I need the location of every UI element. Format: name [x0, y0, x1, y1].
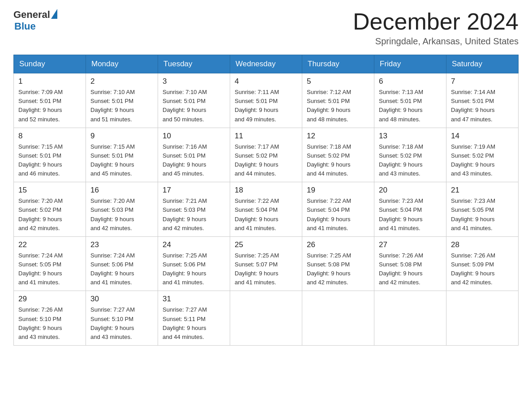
day-number: 2	[90, 77, 153, 86]
table-row: 1 Sunrise: 7:09 AMSunset: 5:01 PMDayligh…	[14, 73, 86, 128]
table-row: 22 Sunrise: 7:24 AMSunset: 5:05 PMDaylig…	[14, 236, 86, 291]
day-info: Sunrise: 7:20 AMSunset: 5:03 PMDaylight:…	[90, 197, 135, 231]
day-number: 6	[379, 77, 442, 86]
table-row: 13 Sunrise: 7:18 AMSunset: 5:02 PMDaylig…	[374, 128, 446, 182]
table-row: 20 Sunrise: 7:23 AMSunset: 5:04 PMDaylig…	[374, 182, 446, 237]
day-info: Sunrise: 7:12 AMSunset: 5:01 PMDaylight:…	[307, 89, 351, 122]
month-title: December 2024	[353, 9, 519, 34]
table-row: 10 Sunrise: 7:16 AMSunset: 5:01 PMDaylig…	[158, 128, 230, 182]
header-thursday: Thursday	[302, 55, 374, 73]
day-info: Sunrise: 7:25 AMSunset: 5:08 PMDaylight:…	[307, 252, 351, 286]
day-number: 24	[163, 240, 225, 249]
day-number: 20	[379, 186, 442, 195]
table-row: 21 Sunrise: 7:23 AMSunset: 5:05 PMDaylig…	[446, 182, 519, 237]
day-info: Sunrise: 7:11 AMSunset: 5:01 PMDaylight:…	[235, 89, 279, 122]
day-number: 13	[379, 132, 442, 141]
table-row: 14 Sunrise: 7:19 AMSunset: 5:02 PMDaylig…	[446, 128, 519, 182]
day-number: 26	[307, 240, 369, 249]
day-info: Sunrise: 7:13 AMSunset: 5:01 PMDaylight:…	[379, 89, 423, 122]
day-info: Sunrise: 7:10 AMSunset: 5:01 PMDaylight:…	[163, 89, 207, 122]
header-saturday: Saturday	[446, 55, 519, 73]
table-row: 2 Sunrise: 7:10 AMSunset: 5:01 PMDayligh…	[86, 73, 158, 128]
day-number: 10	[163, 132, 225, 141]
day-number: 8	[18, 132, 81, 141]
day-info: Sunrise: 7:22 AMSunset: 5:04 PMDaylight:…	[235, 197, 279, 231]
day-info: Sunrise: 7:09 AMSunset: 5:01 PMDaylight:…	[18, 89, 63, 122]
week-row-1: 1 Sunrise: 7:09 AMSunset: 5:01 PMDayligh…	[14, 73, 519, 128]
day-info: Sunrise: 7:25 AMSunset: 5:06 PMDaylight:…	[163, 252, 207, 286]
day-info: Sunrise: 7:26 AMSunset: 5:10 PMDaylight:…	[18, 306, 63, 340]
day-number: 29	[18, 295, 81, 304]
day-number: 1	[18, 77, 81, 86]
table-row	[230, 291, 302, 346]
day-number: 11	[235, 132, 297, 141]
day-info: Sunrise: 7:21 AMSunset: 5:03 PMDaylight:…	[163, 197, 207, 231]
table-row	[374, 291, 446, 346]
table-row: 7 Sunrise: 7:14 AMSunset: 5:01 PMDayligh…	[446, 73, 519, 128]
table-row	[302, 291, 374, 346]
table-row: 30 Sunrise: 7:27 AMSunset: 5:10 PMDaylig…	[86, 291, 158, 346]
day-info: Sunrise: 7:23 AMSunset: 5:04 PMDaylight:…	[379, 197, 423, 231]
day-number: 7	[451, 77, 514, 86]
day-number: 14	[451, 132, 514, 141]
day-info: Sunrise: 7:23 AMSunset: 5:05 PMDaylight:…	[451, 197, 495, 231]
table-row: 17 Sunrise: 7:21 AMSunset: 5:03 PMDaylig…	[158, 182, 230, 237]
day-info: Sunrise: 7:27 AMSunset: 5:11 PMDaylight:…	[163, 306, 207, 340]
day-info: Sunrise: 7:14 AMSunset: 5:01 PMDaylight:…	[451, 89, 495, 122]
table-row: 4 Sunrise: 7:11 AMSunset: 5:01 PMDayligh…	[230, 73, 302, 128]
day-info: Sunrise: 7:16 AMSunset: 5:01 PMDaylight:…	[163, 143, 207, 177]
logo-triangle-icon	[51, 9, 57, 19]
day-number: 17	[163, 186, 225, 195]
header-wednesday: Wednesday	[230, 55, 302, 73]
day-info: Sunrise: 7:18 AMSunset: 5:02 PMDaylight:…	[307, 143, 351, 177]
table-row: 25 Sunrise: 7:25 AMSunset: 5:07 PMDaylig…	[230, 236, 302, 291]
day-info: Sunrise: 7:26 AMSunset: 5:09 PMDaylight:…	[451, 252, 495, 286]
day-info: Sunrise: 7:24 AMSunset: 5:06 PMDaylight:…	[90, 252, 135, 286]
location-subtitle: Springdale, Arkansas, United States	[353, 36, 519, 47]
day-number: 18	[235, 186, 297, 195]
header-sunday: Sunday	[14, 55, 86, 73]
week-row-2: 8 Sunrise: 7:15 AMSunset: 5:01 PMDayligh…	[14, 128, 519, 182]
week-row-4: 22 Sunrise: 7:24 AMSunset: 5:05 PMDaylig…	[14, 236, 519, 291]
logo-general-text: General	[13, 9, 50, 21]
table-row: 26 Sunrise: 7:25 AMSunset: 5:08 PMDaylig…	[302, 236, 374, 291]
table-row: 18 Sunrise: 7:22 AMSunset: 5:04 PMDaylig…	[230, 182, 302, 237]
day-info: Sunrise: 7:18 AMSunset: 5:02 PMDaylight:…	[379, 143, 423, 177]
day-number: 9	[90, 132, 153, 141]
table-row: 24 Sunrise: 7:25 AMSunset: 5:06 PMDaylig…	[158, 236, 230, 291]
title-area: December 2024 Springdale, Arkansas, Unit…	[353, 9, 519, 47]
day-number: 22	[18, 240, 81, 249]
day-number: 15	[18, 186, 81, 195]
day-number: 19	[307, 186, 369, 195]
day-number: 23	[90, 240, 153, 249]
day-number: 25	[235, 240, 297, 249]
header-friday: Friday	[374, 55, 446, 73]
logo: General Blue	[13, 9, 57, 32]
week-row-5: 29 Sunrise: 7:26 AMSunset: 5:10 PMDaylig…	[14, 291, 519, 346]
day-info: Sunrise: 7:10 AMSunset: 5:01 PMDaylight:…	[90, 89, 135, 122]
header-tuesday: Tuesday	[158, 55, 230, 73]
table-row: 12 Sunrise: 7:18 AMSunset: 5:02 PMDaylig…	[302, 128, 374, 182]
page-header: General Blue December 2024 Springdale, A…	[13, 9, 519, 47]
day-number: 4	[235, 77, 297, 86]
table-row	[446, 291, 519, 346]
day-number: 27	[379, 240, 442, 249]
table-row: 23 Sunrise: 7:24 AMSunset: 5:06 PMDaylig…	[86, 236, 158, 291]
week-row-3: 15 Sunrise: 7:20 AMSunset: 5:02 PMDaylig…	[14, 182, 519, 237]
table-row: 11 Sunrise: 7:17 AMSunset: 5:02 PMDaylig…	[230, 128, 302, 182]
day-info: Sunrise: 7:17 AMSunset: 5:02 PMDaylight:…	[235, 143, 279, 177]
table-row: 5 Sunrise: 7:12 AMSunset: 5:01 PMDayligh…	[302, 73, 374, 128]
day-info: Sunrise: 7:20 AMSunset: 5:02 PMDaylight:…	[18, 197, 63, 231]
day-number: 3	[163, 77, 225, 86]
day-info: Sunrise: 7:26 AMSunset: 5:08 PMDaylight:…	[379, 252, 423, 286]
logo-blue-text: Blue	[14, 21, 36, 32]
day-number: 5	[307, 77, 369, 86]
table-row: 3 Sunrise: 7:10 AMSunset: 5:01 PMDayligh…	[158, 73, 230, 128]
table-row: 29 Sunrise: 7:26 AMSunset: 5:10 PMDaylig…	[14, 291, 86, 346]
header-monday: Monday	[86, 55, 158, 73]
table-row: 8 Sunrise: 7:15 AMSunset: 5:01 PMDayligh…	[14, 128, 86, 182]
day-info: Sunrise: 7:19 AMSunset: 5:02 PMDaylight:…	[451, 143, 495, 177]
day-number: 12	[307, 132, 369, 141]
table-row: 28 Sunrise: 7:26 AMSunset: 5:09 PMDaylig…	[446, 236, 519, 291]
table-row: 19 Sunrise: 7:22 AMSunset: 5:04 PMDaylig…	[302, 182, 374, 237]
